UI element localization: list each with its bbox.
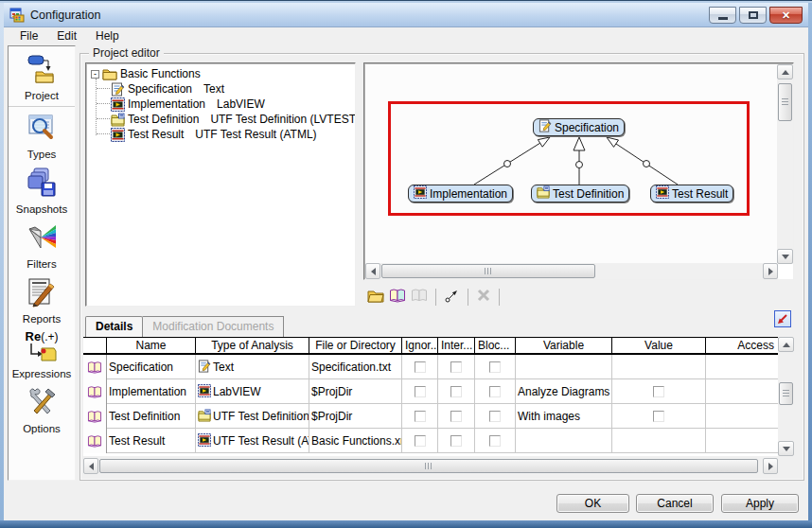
block-checkbox[interactable]	[489, 386, 501, 397]
row-header-book-icon[interactable]	[83, 404, 107, 429]
intermediate-checkbox[interactable]	[450, 361, 462, 373]
column-header-access[interactable]: Access	[706, 338, 778, 353]
sidebar-item-filters[interactable]: Filters	[9, 219, 75, 273]
diagram-canvas[interactable]: Specification Implementation Test Defini…	[365, 64, 778, 264]
toolbar-separator	[468, 289, 468, 306]
maximize-icon	[749, 11, 758, 19]
cancel-button[interactable]: Cancel	[636, 494, 714, 513]
column-header-variable[interactable]: Variable	[516, 338, 612, 353]
column-header-ignore[interactable]: Ignor...	[402, 338, 438, 353]
tab-modification-documents[interactable]: Modification Documents	[143, 316, 284, 337]
window-frame-bottom	[0, 520, 812, 528]
table-vscrollbar[interactable]	[778, 337, 794, 456]
scroll-down-button[interactable]	[777, 249, 793, 264]
intermediate-checkbox[interactable]	[450, 386, 462, 397]
diagram-node-test-result[interactable]: Test Result	[650, 185, 733, 202]
menu-help[interactable]: Help	[87, 28, 128, 44]
diagram-node-implementation[interactable]: Implementation	[408, 185, 513, 202]
maximize-button[interactable]	[739, 7, 767, 24]
window-title: Configuration	[30, 9, 100, 22]
sidebar-item-types[interactable]: Types	[9, 109, 75, 164]
table-header: Name Type of Analysis File or Directory …	[83, 338, 778, 355]
value-checkbox[interactable]	[653, 386, 664, 397]
tree-item-specification[interactable]: Specification Text	[111, 81, 224, 97]
sidebar-item-project[interactable]: Project	[9, 50, 75, 105]
diagram-hscrollbar[interactable]	[365, 263, 778, 279]
row-header-book-icon[interactable]	[83, 379, 107, 404]
scroll-right-button[interactable]	[763, 263, 778, 279]
type-cell: UTF Test Result (ATML)	[196, 429, 309, 453]
diagram-node-specification[interactable]: Specification	[533, 118, 625, 136]
table-vscroll-thumb[interactable]	[779, 382, 793, 405]
ignore-checkbox[interactable]	[415, 435, 426, 447]
diagram-vscroll-thumb[interactable]	[778, 83, 792, 121]
diagram-vscrollbar[interactable]	[777, 64, 793, 264]
scroll-up-button[interactable]	[777, 64, 793, 79]
column-header-value[interactable]: Value	[612, 338, 706, 353]
tree-item-implementation[interactable]: Implementation LabVIEW	[111, 97, 265, 112]
collapse-details-button[interactable]	[774, 310, 791, 327]
scroll-up-button[interactable]	[778, 337, 794, 352]
column-header-rowselector	[83, 338, 107, 353]
labview-icon	[198, 384, 211, 400]
table-row-specification[interactable]: Specification Text Specification.txt	[83, 355, 778, 379]
document-pen-icon	[111, 82, 125, 97]
column-header-block[interactable]: Bloc...	[475, 338, 516, 353]
sidebar-label-options: Options	[23, 423, 61, 434]
delete-x-icon	[476, 288, 491, 307]
tree-item-test-definition[interactable]: Test Definition UTF Test Definition (LVT…	[111, 112, 356, 127]
row-header-book-icon[interactable]	[83, 355, 107, 379]
snapshots-icon	[26, 167, 58, 202]
scroll-right-button[interactable]	[763, 458, 778, 474]
scroll-left-button[interactable]	[365, 263, 380, 279]
block-checkbox[interactable]	[489, 435, 501, 447]
tree-expander-icon[interactable]: -	[91, 70, 99, 79]
close-button[interactable]: ✕	[769, 7, 803, 24]
table-row-test-result[interactable]: Test Result UTF Test Result (ATML) Basic…	[83, 429, 778, 453]
menu-file[interactable]: File	[11, 28, 46, 44]
scroll-down-button[interactable]	[778, 441, 794, 456]
menu-edit[interactable]: Edit	[48, 28, 85, 44]
tab-details[interactable]: Details	[85, 316, 143, 337]
ignore-checkbox[interactable]	[415, 411, 426, 422]
link-arrow-icon[interactable]	[444, 288, 460, 308]
sidebar-item-options[interactable]: Options	[9, 383, 75, 438]
ignore-checkbox[interactable]	[415, 361, 426, 373]
title-bar[interactable]: Configuration ✕	[4, 3, 808, 27]
table-hscroll-thumb[interactable]	[99, 459, 758, 473]
table-hscrollbar[interactable]	[83, 458, 778, 474]
ignore-checkbox[interactable]	[415, 386, 426, 397]
column-header-file-or-directory[interactable]: File or Directory	[309, 338, 402, 353]
sidebar-item-reports[interactable]: Reports	[9, 273, 75, 328]
table-row-test-definition[interactable]: Test Definition UTF Test Definition (LVT…	[83, 404, 778, 429]
block-checkbox[interactable]	[489, 361, 501, 373]
open-folder-icon[interactable]	[367, 289, 384, 307]
sidebar-item-expressions[interactable]: Re(.+) Expressions	[9, 328, 75, 383]
apply-button[interactable]: Apply	[721, 494, 799, 513]
tree-root-basic-functions[interactable]: - Basic Functions	[91, 66, 201, 81]
diagram-hscroll-thumb[interactable]	[381, 264, 595, 278]
column-header-intermediate[interactable]: Inter...	[438, 338, 475, 353]
sidebar-item-snapshots[interactable]: Snapshots	[9, 164, 75, 219]
diagram-node-test-definition[interactable]: Test Definition	[531, 185, 629, 202]
value-checkbox[interactable]	[653, 411, 664, 422]
minimize-icon	[718, 17, 728, 20]
open-book-icon[interactable]	[389, 288, 406, 307]
window-frame-left	[0, 3, 4, 520]
column-header-name[interactable]: Name	[107, 338, 196, 353]
tree-item-test-result[interactable]: Test Result UTF Test Result (ATML)	[111, 127, 317, 142]
diagram-panel[interactable]: Specification Implementation Test Defini…	[363, 62, 794, 280]
intermediate-checkbox[interactable]	[450, 411, 462, 422]
column-header-type-of-analysis[interactable]: Type of Analysis	[196, 338, 309, 353]
details-tabs: Details Modification Documents	[85, 316, 284, 337]
collapse-arrow-icon	[776, 312, 789, 326]
block-checkbox[interactable]	[489, 411, 501, 422]
app-icon	[9, 8, 25, 23]
table-row-implementation[interactable]: Implementation LabVIEW $ProjDir Analyze …	[83, 379, 778, 404]
project-tree[interactable]: - Basic Functions Specification Text Imp…	[85, 62, 356, 307]
scroll-left-button[interactable]	[83, 458, 98, 474]
intermediate-checkbox[interactable]	[450, 435, 462, 447]
minimize-button[interactable]	[709, 7, 736, 24]
ok-button[interactable]: OK	[556, 494, 629, 513]
row-header-book-icon[interactable]	[83, 429, 107, 453]
